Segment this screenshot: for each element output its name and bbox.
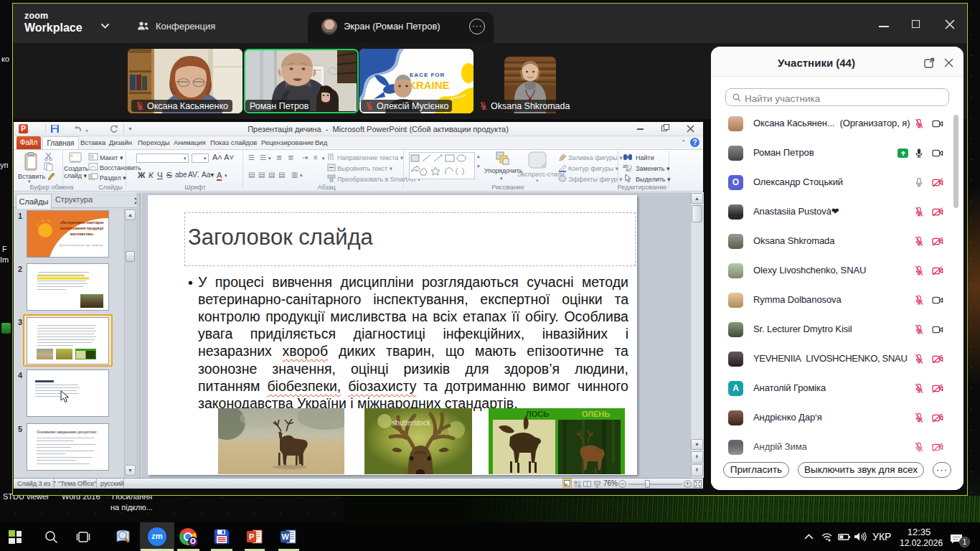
- svg-text:ОЛЕНЬ: ОЛЕНЬ: [582, 410, 610, 418]
- svg-text:EACE FOR: EACE FOR: [410, 72, 445, 78]
- svg-text:P: P: [249, 532, 254, 541]
- svg-text:ЛОСЬ: ЛОСЬ: [526, 410, 549, 418]
- svg-text:KRAINE: KRAINE: [408, 79, 450, 91]
- svg-text:ac: ac: [626, 167, 631, 172]
- svg-text:shutterstock: shutterstock: [392, 419, 431, 427]
- svg-text:W: W: [282, 532, 290, 541]
